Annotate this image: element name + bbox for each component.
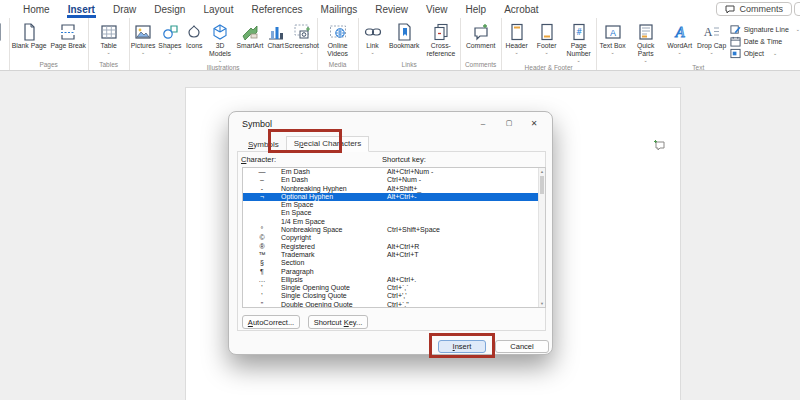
tab-draw[interactable]: Draw [104, 2, 145, 17]
page-number-button[interactable]: # Page Number ⌄ [562, 20, 596, 63]
comment-anchor-icon[interactable] [653, 139, 666, 151]
wordart-button[interactable]: A WordArt ⌄ [663, 20, 697, 63]
screenshot-button[interactable]: Screenshot ⌄ [287, 20, 317, 63]
3d-models-button[interactable]: 3D Models ⌄ [205, 20, 235, 63]
table-icon [99, 21, 119, 42]
tab-references[interactable]: References [242, 2, 311, 17]
shortcut-key-button[interactable]: Shortcut Key... [308, 315, 368, 329]
tab-layout[interactable]: Layout [194, 2, 242, 17]
drop-cap-button[interactable]: A Drop Cap ⌄ [697, 20, 727, 63]
close-button[interactable]: ✕ [525, 116, 543, 130]
text-box-icon: A [603, 21, 623, 42]
share-button-partial[interactable] [794, 2, 800, 16]
tab-special-characters[interactable]: Special Characters [286, 136, 370, 152]
list-scrollbar[interactable]: ▲ ▼ [538, 168, 545, 307]
list-item-shortcut: Ctrl+Shift+Space [387, 226, 545, 234]
list-item[interactable]: ¬ Optional Hyphen Alt+Ctrl+- [243, 193, 545, 201]
list-item[interactable]: – En Dash Ctrl+Num - [243, 176, 545, 184]
list-item-shortcut: Alt+Ctrl+Num - [387, 168, 545, 176]
tab-insert[interactable]: Insert [59, 2, 104, 17]
list-item[interactable]: ® Registered Alt+Ctrl+R [243, 243, 545, 251]
list-item-name: Single Closing Quote [281, 292, 387, 300]
object-button[interactable]: Object ⌄ [730, 48, 800, 59]
smartart-button[interactable]: SmartArt [235, 20, 265, 63]
maximize-button[interactable]: ▢ [500, 116, 518, 130]
text-box-button[interactable]: A Text Box ⌄ [597, 20, 629, 63]
quick-parts-button[interactable]: Quick Parts ⌄ [629, 20, 663, 63]
list-item-shortcut [387, 268, 545, 276]
autocorrect-button[interactable]: AutoCorrect... [242, 315, 300, 329]
minimize-button[interactable]: – [474, 116, 492, 130]
tab-help[interactable]: Help [457, 2, 496, 17]
word-window: Home Insert Draw Design Layout Reference… [0, 0, 800, 400]
cancel-button[interactable]: Cancel [495, 340, 549, 353]
shortcut-column-label: Shortcut key: [382, 155, 426, 164]
list-item[interactable]: — Em Dash Alt+Ctrl+Num - [243, 168, 545, 176]
chevron-down-icon: ⌄ [710, 50, 714, 55]
header-button[interactable]: Header ⌄ [502, 20, 532, 63]
chart-button[interactable]: Chart [265, 20, 287, 63]
scroll-up-icon[interactable]: ▲ [539, 169, 545, 174]
list-item-shortcut [387, 201, 545, 209]
cross-reference-button[interactable]: Cross-reference [422, 20, 460, 60]
list-item[interactable]: © Copyright [243, 234, 545, 242]
tab-home[interactable]: Home [14, 2, 59, 17]
tab-view[interactable]: View [417, 2, 457, 17]
tab-mailings[interactable]: Mailings [312, 2, 367, 17]
online-videos-button[interactable]: Online Videos [318, 20, 358, 60]
shapes-button[interactable]: Shapes ⌄ [156, 20, 183, 63]
list-item-shortcut [387, 218, 545, 226]
list-item-shortcut: Ctrl+`," [387, 301, 545, 308]
list-item[interactable]: Em Space [243, 201, 545, 209]
date-time-button[interactable]: Date & Time [730, 36, 800, 47]
chevron-down-icon: ⌄ [678, 50, 682, 55]
list-item[interactable]: 1/4 Em Space [243, 218, 545, 226]
group-label-media: Media [318, 60, 358, 70]
comments-button[interactable]: Comments [716, 2, 792, 16]
list-item-name: Registered [281, 243, 387, 251]
cover-page-button[interactable]: er ⌄ [0, 20, 9, 60]
tab-acrobat[interactable]: Acrobat [495, 2, 547, 17]
dialog-tabs: Symbols Special Characters [241, 135, 369, 152]
list-item[interactable]: ™ Trademark Alt+Ctrl+T [243, 251, 545, 259]
insert-button[interactable]: Insert [438, 340, 486, 353]
list-item-name: Single Opening Quote [281, 284, 387, 292]
icons-button[interactable]: Icons [183, 20, 205, 63]
table-button[interactable]: Table ⌄ [89, 20, 129, 60]
chevron-down-icon: ⌄ [141, 50, 145, 55]
scrollbar-thumb[interactable] [540, 176, 544, 194]
signature-line-button[interactable]: Signature Line ⌄ [730, 24, 800, 35]
pictures-button[interactable]: Pictures ⌄ [130, 20, 157, 63]
list-item-name: Copyright [281, 234, 387, 242]
list-item[interactable]: … Ellipsis Alt+Ctrl+. [243, 276, 545, 284]
list-item[interactable]: ' Single Closing Quote Ctrl+',' [243, 292, 545, 300]
chevron-down-icon: ⌄ [545, 50, 549, 55]
blank-page-button[interactable]: Blank Page [10, 20, 49, 60]
footer-button[interactable]: Footer ⌄ [532, 20, 562, 63]
tab-symbols[interactable]: Symbols [241, 138, 286, 152]
list-item[interactable]: En Space [243, 209, 545, 217]
list-item[interactable]: - Nonbreaking Hyphen Alt+Shift+_ [243, 185, 545, 193]
tab-design[interactable]: Design [145, 2, 194, 17]
bookmark-button[interactable]: Bookmark [386, 20, 422, 60]
tab-review[interactable]: Review [366, 2, 417, 17]
shapes-icon [160, 21, 180, 42]
scroll-down-icon[interactable]: ▼ [539, 301, 545, 306]
list-item-character: — [243, 168, 281, 176]
list-item[interactable]: § Section [243, 259, 545, 267]
chart-icon [266, 21, 286, 42]
list-item-character: ® [243, 243, 281, 251]
list-item[interactable]: ° Nonbreaking Space Ctrl+Shift+Space [243, 226, 545, 234]
group-tables: Table ⌄ Tables [89, 18, 130, 70]
page-break-button[interactable]: Page Break [49, 20, 88, 60]
chevron-down-icon: ⌄ [515, 50, 519, 55]
list-item-shortcut [387, 209, 545, 217]
list-item[interactable]: ¶ Paragraph [243, 268, 545, 276]
list-item[interactable]: ' Single Opening Quote Ctrl+`,` [243, 284, 545, 292]
link-button[interactable]: Link ⌄ [359, 20, 387, 60]
list-item-character: § [243, 259, 281, 267]
list-item[interactable]: " Double Opening Quote Ctrl+`," [243, 301, 545, 308]
comment-button[interactable]: Comment [461, 20, 501, 60]
special-characters-list[interactable]: — Em Dash Alt+Ctrl+Num - – En Dash Ctrl+… [242, 167, 546, 308]
list-item-character: ™ [243, 251, 281, 259]
